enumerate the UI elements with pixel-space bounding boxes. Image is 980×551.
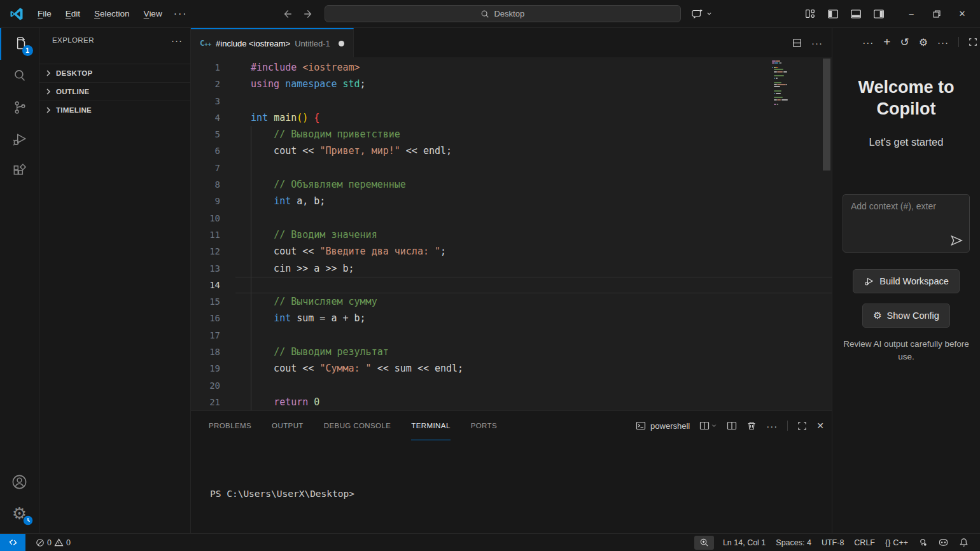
menu-selection[interactable]: Selection <box>88 6 136 21</box>
split-terminal-icon[interactable] <box>727 421 737 431</box>
editor-tab-bar: C++ #include <iostream> Untitled-1 ··· <box>191 28 832 57</box>
toggle-secondary-sidebar-icon[interactable] <box>869 5 888 23</box>
code-line-4[interactable]: 4int main() { <box>191 109 832 126</box>
code-editor[interactable]: 1#include <iostream>2using namespace std… <box>191 57 832 410</box>
settings-gear-icon[interactable]: ⚙ <box>0 498 39 529</box>
explorer-activity-icon[interactable]: 1 <box>0 28 39 60</box>
sidebar-section-desktop[interactable]: DESKTOP <box>39 64 190 82</box>
editor-scrollbar[interactable] <box>823 59 830 171</box>
cursor-position-status[interactable]: Ln 14, Col 1 <box>718 536 771 550</box>
maximize-panel-icon[interactable] <box>797 421 807 431</box>
zoom-status-icon[interactable] <box>694 536 714 550</box>
accounts-icon[interactable] <box>0 466 39 498</box>
code-text: return 0 <box>235 394 832 410</box>
cpp-file-icon: C++ <box>200 39 211 48</box>
forward-arrow-icon[interactable] <box>303 8 314 20</box>
back-arrow-icon[interactable] <box>281 8 293 20</box>
eol-status[interactable]: CRLF <box>849 536 880 550</box>
problems-status[interactable]: 0 0 <box>31 536 76 550</box>
code-line-14[interactable]: 14 <box>191 277 832 293</box>
panel-tab-output[interactable]: OUTPUT <box>272 411 304 440</box>
code-line-17[interactable]: 17 <box>191 327 832 344</box>
code-line-21[interactable]: 21 return 0 <box>191 394 832 410</box>
errors-icon <box>36 538 45 547</box>
customize-layout-icon[interactable] <box>801 5 820 23</box>
close-window-button[interactable]: ✕ <box>949 4 975 24</box>
copilot-status-icon[interactable] <box>933 536 954 550</box>
terminal-instance-item[interactable]: powershell <box>636 421 690 431</box>
extensions-activity-icon[interactable] <box>0 155 39 187</box>
restore-button[interactable] <box>924 4 949 24</box>
search-activity-icon[interactable] <box>0 60 39 92</box>
launch-profile-button[interactable] <box>699 421 717 431</box>
menu-overflow[interactable]: ··· <box>168 6 193 22</box>
panel-tab-terminal[interactable]: TERMINAL <box>411 411 450 440</box>
notifications-bell-icon[interactable] <box>954 536 974 550</box>
kill-terminal-trash-icon[interactable] <box>746 421 757 431</box>
code-line-5[interactable]: 5 // Выводим приветствие <box>191 126 832 143</box>
gear-icon: ⚙ <box>873 310 881 321</box>
build-workspace-button[interactable]: Build Workspace <box>853 269 960 293</box>
code-line-18[interactable]: 18 // Выводим результат <box>191 344 832 360</box>
menu-file[interactable]: File <box>32 6 57 21</box>
expand-chat-icon[interactable] <box>969 38 977 46</box>
split-editor-icon[interactable] <box>792 38 802 48</box>
indentation-status[interactable]: Spaces: 4 <box>771 536 816 550</box>
code-line-19[interactable]: 19 cout << "Сумма: " << sum << endl; <box>191 360 832 377</box>
panel-more-actions-icon[interactable]: ··· <box>766 421 778 431</box>
code-line-3[interactable]: 3 <box>191 93 832 109</box>
panel-tab-debug-console[interactable]: DEBUG CONSOLE <box>324 411 391 440</box>
sidebar-section-timeline[interactable]: TIMELINE <box>39 101 190 119</box>
line-number: 1 <box>191 59 235 76</box>
editor-tab[interactable]: C++ #include <iostream> Untitled-1 <box>191 28 354 57</box>
modified-dot-icon[interactable] <box>339 41 344 46</box>
encoding-status[interactable]: UTF-8 <box>816 536 849 550</box>
minimize-button[interactable]: – <box>899 4 924 24</box>
section-label: DESKTOP <box>56 69 92 77</box>
code-line-11[interactable]: 11 // Вводим значения <box>191 227 832 243</box>
menu-view[interactable]: View <box>138 6 168 21</box>
cpp-intellisense-status-icon[interactable] <box>913 536 933 550</box>
editor-more-actions-icon[interactable]: ··· <box>811 38 823 48</box>
remote-indicator[interactable] <box>0 534 25 551</box>
code-line-12[interactable]: 12 cout << "Введите два числа: "; <box>191 243 832 260</box>
code-line-1[interactable]: 1#include <iostream> <box>191 59 832 76</box>
chat-input[interactable]: Add context (#), exter <box>843 194 970 253</box>
code-line-16[interactable]: 16 int sum = a + b; <box>191 310 832 326</box>
chevron-right-icon <box>43 68 53 78</box>
toggle-panel-icon[interactable] <box>846 5 865 23</box>
code-line-10[interactable]: 10 <box>191 210 832 227</box>
minimap[interactable] <box>772 60 801 105</box>
new-chat-icon[interactable]: + <box>883 35 890 49</box>
code-line-7[interactable]: 7 <box>191 160 832 176</box>
line-number: 16 <box>191 310 235 326</box>
explorer-more-actions-icon[interactable]: ··· <box>171 35 183 46</box>
menu-edit[interactable]: Edit <box>60 6 86 21</box>
copilot-menu-button[interactable] <box>691 8 713 20</box>
chat-history-icon[interactable]: ↺ <box>900 36 909 49</box>
sidebar-section-outline[interactable]: OUTLINE <box>39 82 190 101</box>
code-line-8[interactable]: 8 // Объявляем переменные <box>191 176 832 193</box>
panel-tab-problems[interactable]: PROBLEMS <box>209 411 251 440</box>
code-line-2[interactable]: 2using namespace std; <box>191 76 832 92</box>
panel-tab-ports[interactable]: PORTS <box>471 411 497 440</box>
code-text: // Выводим приветствие <box>235 126 832 143</box>
source-control-activity-icon[interactable] <box>0 92 39 123</box>
code-line-20[interactable]: 20 <box>191 377 832 394</box>
close-panel-icon[interactable]: ✕ <box>816 421 824 431</box>
code-line-9[interactable]: 9 int a, b; <box>191 193 832 209</box>
chat-settings-gear-icon[interactable]: ⚙ <box>919 36 928 48</box>
command-center-search[interactable]: Desktop <box>325 5 681 22</box>
show-config-button[interactable]: ⚙ Show Config <box>862 303 950 328</box>
code-text: // Выводим результат <box>235 344 832 360</box>
code-line-6[interactable]: 6 cout << "Привет, мир!" << endl; <box>191 143 832 159</box>
run-debug-activity-icon[interactable] <box>0 123 39 155</box>
terminal-content[interactable]: PS C:\Users\UserX\Desktop> <box>191 440 832 533</box>
code-line-13[interactable]: 13 cin >> a >> b; <box>191 260 832 277</box>
toggle-primary-sidebar-icon[interactable] <box>823 5 843 23</box>
chat-more-actions-icon[interactable]: ··· <box>937 37 949 48</box>
chat-overflow-icon[interactable]: ··· <box>862 37 874 48</box>
send-icon[interactable] <box>950 234 963 247</box>
language-mode-status[interactable]: {} C++ <box>880 536 913 550</box>
code-line-15[interactable]: 15 // Вычисляем сумму <box>191 293 832 310</box>
